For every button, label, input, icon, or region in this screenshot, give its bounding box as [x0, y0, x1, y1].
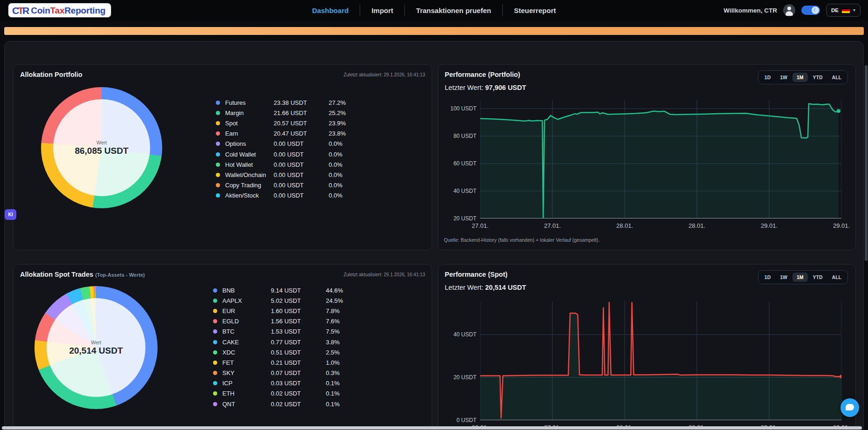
legend-item-bnb[interactable]: BNB9.14 USDT44.6% — [213, 285, 381, 295]
legend-item-icp[interactable]: ICP0.03 USDT0.1% — [213, 378, 381, 389]
main-nav: DashboardImportTransaktionen pruefenSteu… — [301, 0, 567, 20]
legend-value: 21.66 USDT — [274, 109, 329, 116]
legend-label: Spot — [225, 120, 274, 127]
x-axis-label: 27.01. — [472, 222, 489, 229]
user-avatar[interactable] — [783, 4, 795, 16]
portfolio-donut-chart[interactable]: Wert 86,085 USDT — [41, 87, 162, 208]
legend-value: 1.60 USDT — [271, 307, 326, 314]
legend-item-eth[interactable]: ETH0.02 USDT0.1% — [213, 389, 381, 399]
range-button-all[interactable]: ALL — [828, 273, 846, 282]
spot-line-chart[interactable] — [480, 301, 841, 420]
range-button-1m[interactable]: 1M — [792, 273, 808, 282]
last-value-label: Letzter Wert: — [445, 284, 483, 291]
legend-percent: 0.0% — [329, 161, 343, 168]
last-value-label: Letzter Wert: — [445, 84, 483, 91]
legend-label: EGLD — [222, 318, 271, 325]
donut-center-value: Wert 86,085 USDT — [41, 87, 162, 208]
legend-value: 1.56 USDT — [271, 318, 326, 325]
x-axis-label: 29.01. — [761, 222, 778, 229]
legend-label: Hot Wallet — [225, 161, 274, 168]
legend-item-cold-wallet[interactable]: Cold Wallet0.00 USDT0.0% — [216, 149, 384, 159]
horizontal-scrollbar[interactable] — [2, 426, 862, 430]
nav-item-transaktionen-pruefen[interactable]: Transaktionen pruefen — [405, 7, 503, 14]
legend-label: QNT — [222, 401, 271, 408]
legend-item-hot-wallet[interactable]: Hot Wallet0.00 USDT0.0% — [216, 159, 384, 170]
legend-label: Copy Trading — [225, 182, 274, 189]
language-select[interactable]: DE ▾ — [826, 4, 861, 17]
legend-value: 0.00 USDT — [274, 140, 329, 147]
y-axis-label: 20 USDT — [444, 374, 476, 381]
legend-item-futures[interactable]: Futures23.38 USDT27.2% — [216, 97, 384, 108]
legend-label: FET — [222, 359, 271, 366]
brand-logo[interactable]: CTR CoinTaxReporting — [8, 3, 111, 17]
legend-item-xdc[interactable]: XDC0.51 USDT2.5% — [213, 347, 381, 357]
spot-donut-chart[interactable]: Wert 20,514 USDT — [34, 286, 158, 409]
ki-assistant-button[interactable]: KI — [5, 209, 16, 220]
nav-item-steuerreport[interactable]: Steuerreport — [503, 7, 567, 14]
last-value-row: Letzter Wert: 97,906 USDT — [445, 84, 526, 91]
legend-value: 23.38 USDT — [274, 99, 329, 106]
range-button-1w[interactable]: 1W — [776, 273, 792, 282]
vertical-scrollbar[interactable] — [865, 65, 868, 261]
legend-color-dot — [216, 163, 220, 167]
legend-color-dot — [216, 121, 220, 125]
legend-item-spot[interactable]: Spot20.57 USDT23.9% — [216, 118, 384, 128]
source-note: Quelle: Backend-History (falls vorhanden… — [444, 237, 599, 243]
legend-item-fet[interactable]: FET0.21 USDT1.0% — [213, 357, 381, 368]
nav-item-dashboard[interactable]: Dashboard — [301, 7, 360, 14]
legend-color-dot — [213, 288, 217, 293]
range-button-ytd[interactable]: YTD — [809, 273, 827, 282]
line-chart-svg — [480, 301, 841, 420]
legend-item-earn[interactable]: Earn20.47 USDT23.8% — [216, 129, 384, 139]
legend-color-dot — [213, 391, 217, 396]
legend-item-margin[interactable]: Margin21.66 USDT25.2% — [216, 108, 384, 118]
line-chart-svg — [480, 100, 841, 218]
legend-percent: 0.1% — [326, 390, 340, 397]
legend-color-dot — [213, 361, 217, 365]
legend-item-options[interactable]: Options0.00 USDT0.0% — [216, 139, 384, 149]
legend-item-qnt[interactable]: QNT0.02 USDT0.1% — [213, 399, 381, 409]
legend-percent: 27.2% — [329, 99, 346, 106]
range-button-all[interactable]: ALL — [828, 73, 846, 82]
card-performance-spot: Performance (Spot) 1D1W1MYTDALL Letzter … — [438, 264, 856, 430]
legend-value: 0.02 USDT — [271, 401, 326, 408]
legend-color-dot — [213, 299, 217, 303]
legend-label: Futures — [225, 99, 274, 106]
legend-label: Margin — [225, 109, 274, 116]
card-allocation-spot: Allokation Spot Trades (Top-Assets - Wer… — [13, 264, 432, 430]
range-button-1d[interactable]: 1D — [760, 73, 775, 82]
range-button-ytd[interactable]: YTD — [809, 73, 827, 82]
legend-value: 0.00 USDT — [274, 161, 329, 168]
legend-value: 1.53 USDT — [271, 328, 326, 335]
legend-item-btc[interactable]: BTC1.53 USDT7.5% — [213, 327, 381, 337]
legend-item-aktien-stock[interactable]: Aktien/Stock0.00 USDT0.0% — [216, 191, 384, 201]
legend-item-copy-trading[interactable]: Copy Trading0.00 USDT0.0% — [216, 180, 384, 191]
range-button-1w[interactable]: 1W — [776, 73, 792, 82]
chat-widget-button[interactable] — [840, 398, 859, 417]
legend-value: 0.00 USDT — [274, 192, 329, 199]
legend-item-aaplx[interactable]: AAPLX5.02 USDT24.5% — [213, 295, 381, 306]
portfolio-line-chart[interactable] — [480, 100, 841, 218]
legend-item-sky[interactable]: SKY0.07 USDT0.3% — [213, 368, 381, 378]
y-axis-label: 0 USDT — [444, 417, 476, 423]
legend-label: Cold Wallet — [225, 151, 274, 158]
legend-color-dot — [213, 319, 217, 323]
card-title: Performance (Portfolio) — [445, 71, 520, 78]
legend-value: 9.14 USDT — [271, 287, 326, 294]
legend-value: 0.00 USDT — [274, 171, 329, 178]
legend-item-cake[interactable]: CAKE0.77 USDT3.8% — [213, 337, 381, 347]
range-button-1m[interactable]: 1M — [792, 73, 808, 82]
last-updated-text: Zuletzt aktualisiert: 29.1.2026, 16:41:1… — [344, 272, 425, 277]
y-axis-label: 100 USDT — [444, 105, 476, 112]
last-updated-text: Zuletzt aktualisiert: 29.1.2026, 16:41:1… — [344, 72, 425, 77]
legend-percent: 0.0% — [329, 192, 343, 199]
legend-item-eur[interactable]: EUR1.60 USDT7.8% — [213, 306, 381, 316]
legend-percent: 0.0% — [329, 182, 343, 189]
legend-item-wallet-onchain[interactable]: Wallet/Onchain0.00 USDT0.0% — [216, 170, 384, 180]
last-value-amount: 97,906 USDT — [485, 84, 526, 91]
nav-item-import[interactable]: Import — [360, 7, 405, 14]
dark-mode-toggle[interactable]: ☾ — [801, 6, 820, 15]
legend-item-egld[interactable]: EGLD1.56 USDT7.6% — [213, 316, 381, 327]
range-button-1d[interactable]: 1D — [760, 273, 775, 282]
card-performance-portfolio: Performance (Portfolio) 1D1W1MYTDALL Let… — [438, 64, 856, 250]
